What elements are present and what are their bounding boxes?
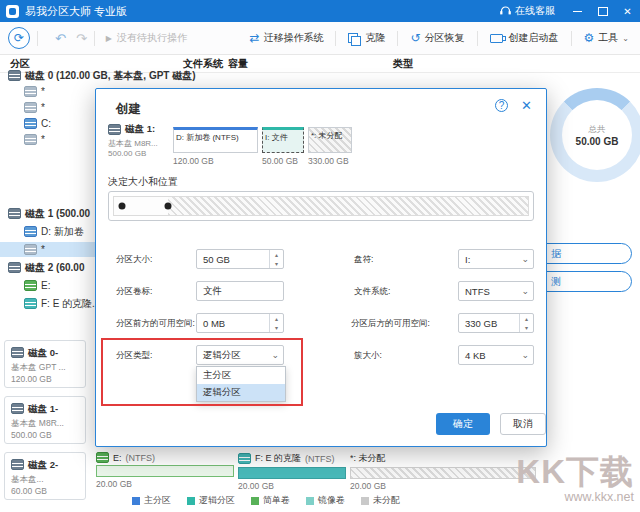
- refresh-button[interactable]: ⟳: [8, 27, 30, 49]
- disk-card-1[interactable]: 磁盘 1- 基本盘 M8R... 500.00 GB: [4, 396, 86, 444]
- map-block-unallocated[interactable]: *: 未分配 20.00 GB: [350, 452, 536, 492]
- file-system-select[interactable]: NTFS ⌄: [458, 281, 534, 301]
- tree-item-e-drive[interactable]: E:: [0, 278, 95, 293]
- spinner-up-icon[interactable]: ▴: [520, 314, 533, 323]
- cluster-size-select[interactable]: 4 KB ⌄: [458, 345, 534, 365]
- map-block-e-drive[interactable]: E: (NTFS) 20.00 GB: [96, 452, 234, 492]
- tree-item-label: *: [41, 86, 45, 97]
- tree-item-partition[interactable]: *: [0, 132, 95, 147]
- close-button[interactable]: ✕: [615, 0, 640, 22]
- dialog-disk-name-label: 磁盘 1:: [125, 123, 155, 136]
- help-icon: ?: [499, 100, 505, 111]
- tree-item-partition[interactable]: *: [0, 84, 95, 99]
- tree-item-label: C:: [41, 118, 51, 129]
- close-icon: ✕: [623, 6, 631, 17]
- dialog-title: 创建: [116, 101, 141, 118]
- disk-card-size: 500.00 GB: [11, 429, 79, 441]
- disk1-group-row[interactable]: 磁盘 1 (500.00: [0, 206, 95, 221]
- spinner-down-icon[interactable]: ▾: [270, 259, 283, 268]
- block-size: 120.00 GB: [173, 156, 214, 166]
- tree-item-label: F: E 的克隆...: [41, 297, 95, 311]
- minimize-button[interactable]: [565, 0, 590, 22]
- migrate-os-icon: ⇄: [249, 32, 259, 44]
- partition-size-input[interactable]: 50 GB ▴▾: [196, 249, 284, 269]
- tree-item-d-drive[interactable]: D: 新加卷: [0, 224, 95, 239]
- maximize-icon: [598, 7, 608, 16]
- bootable-disk-button[interactable]: 创建启动盘: [485, 31, 564, 45]
- space-after-stepper[interactable]: ▴▾: [519, 314, 533, 332]
- toolbar: ⟳ ↶ ↷ ▶ 没有待执行操作 ⇄ 迁移操作系统 克隆 ↺ 分区恢复: [0, 22, 640, 55]
- legend-swatch: [187, 497, 195, 505]
- app-title: 易我分区大师 专业版: [25, 4, 127, 19]
- space-before-input[interactable]: 0 MB ▴▾: [196, 313, 284, 333]
- option-logical-partition[interactable]: 逻辑分区: [197, 384, 285, 401]
- cancel-button[interactable]: 取消: [500, 413, 546, 435]
- tree-item-unallocated-selected[interactable]: *: [0, 242, 95, 257]
- redo-button[interactable]: ↷: [76, 31, 87, 46]
- drive-letter-select[interactable]: I: ⌄: [458, 249, 534, 269]
- disk-card-2[interactable]: 磁盘 2- 基本盘... 60.00 GB: [4, 452, 86, 500]
- clone-label: 克隆: [365, 31, 385, 45]
- volume-label-input[interactable]: 文件: [196, 281, 284, 301]
- dialog-close-button[interactable]: ✕: [521, 98, 532, 113]
- partition-block-d[interactable]: D: 新加卷 (NTFS): [173, 127, 258, 153]
- help-button[interactable]: ?: [495, 99, 508, 112]
- disk2-group-row[interactable]: 磁盘 2 (60.00: [0, 260, 95, 275]
- online-support-button[interactable]: 在线客服: [490, 0, 565, 22]
- tree-item-label: *: [41, 244, 45, 255]
- tools-button[interactable]: ⚙ 工具 ⌄: [579, 31, 634, 45]
- option-primary-partition[interactable]: 主分区: [197, 367, 285, 384]
- partition-block-new[interactable]: I: 文件: [262, 127, 304, 153]
- partition-icon: [24, 280, 37, 291]
- tree-item-f-drive[interactable]: F: E 的克隆...: [0, 296, 95, 311]
- migrate-os-label: 迁移操作系统: [263, 31, 323, 45]
- partition-type-value: 逻辑分区: [203, 349, 241, 362]
- partition-recovery-button[interactable]: ↺ 分区恢复: [405, 31, 469, 45]
- chevron-down-icon: ⌄: [521, 351, 529, 360]
- slider-handle-left[interactable]: [119, 203, 126, 210]
- partition-block-unallocated[interactable]: *: 未分配: [308, 127, 352, 153]
- space-after-input[interactable]: 330 GB ▴▾: [458, 313, 534, 333]
- tree-item-label: *: [41, 102, 45, 113]
- ok-button[interactable]: 确定: [436, 413, 490, 435]
- partition-type-select[interactable]: 逻辑分区 ⌄: [196, 345, 284, 365]
- clone-button[interactable]: 克隆: [343, 31, 390, 45]
- file-system-value: NTFS: [465, 286, 490, 297]
- partition-recovery-label: 分区恢复: [425, 31, 465, 45]
- tree-item-partition[interactable]: *: [0, 100, 95, 115]
- col-type[interactable]: 类型: [393, 57, 413, 71]
- disk-icon: [11, 347, 24, 358]
- refresh-icon: ⟳: [14, 31, 24, 45]
- disk2-label: 磁盘 2 (60.00: [25, 261, 84, 275]
- file-system-label: 文件系统:: [354, 286, 390, 298]
- disk-icon: [108, 124, 121, 135]
- dialog-disk-name: 磁盘 1:: [108, 123, 155, 136]
- migrate-os-button[interactable]: ⇄ 迁移操作系统: [244, 31, 328, 45]
- space-before-stepper[interactable]: ▴▾: [269, 314, 283, 332]
- spinner-up-icon[interactable]: ▴: [270, 250, 283, 259]
- tree-item-c-drive[interactable]: C:: [0, 116, 95, 131]
- donut-value: 50.00 GB: [576, 136, 619, 147]
- disk0-group-row[interactable]: 磁盘 0 (120.00 GB, 基本盘, GPT 磁盘): [0, 68, 300, 83]
- partition-size-stepper[interactable]: ▴▾: [269, 250, 283, 268]
- partition-size-label: 分区大小:: [116, 254, 152, 266]
- spinner-down-icon[interactable]: ▾: [270, 323, 283, 332]
- chevron-down-icon: ⌄: [271, 351, 279, 360]
- space-before-value: 0 MB: [203, 318, 225, 329]
- test-action-label: 测: [551, 275, 561, 289]
- size-slider[interactable]: [108, 191, 534, 221]
- tree-item-label: E:: [41, 280, 50, 291]
- disk-card-desc: 基本盘...: [11, 473, 79, 485]
- maximize-button[interactable]: [590, 0, 615, 22]
- disk-card-0[interactable]: 磁盘 0- 基本盘 GPT ... 120.00 GB: [4, 340, 86, 388]
- block-size: 50.00 GB: [262, 156, 298, 166]
- undo-button[interactable]: ↶: [55, 31, 66, 46]
- cluster-size-label: 簇大小:: [354, 350, 382, 362]
- spinner-down-icon[interactable]: ▾: [520, 323, 533, 332]
- slider-handle-right[interactable]: [164, 203, 171, 210]
- map-block-f-drive[interactable]: F: E 的克隆 (NTFS) 20.00 GB: [238, 452, 346, 492]
- spinner-up-icon[interactable]: ▴: [270, 314, 283, 323]
- legend-label: 简单卷: [263, 494, 290, 507]
- partition-bar: [238, 467, 346, 479]
- legend-label: 未分配: [373, 494, 400, 507]
